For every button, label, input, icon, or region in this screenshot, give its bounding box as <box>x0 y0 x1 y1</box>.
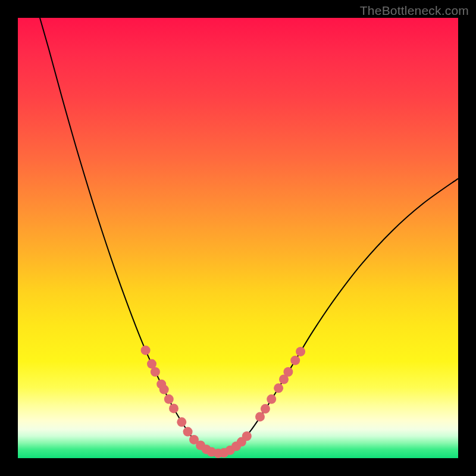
data-dot <box>151 367 160 377</box>
bottleneck-curve <box>40 18 458 453</box>
data-dot <box>183 427 193 437</box>
data-dot <box>159 385 169 394</box>
data-dot <box>283 367 293 377</box>
chart-svg <box>18 18 458 458</box>
data-dot <box>290 356 300 365</box>
data-dot <box>267 394 276 404</box>
data-dot <box>242 431 252 441</box>
data-dots-group <box>141 346 305 458</box>
data-dot <box>164 394 174 404</box>
data-dot <box>296 347 305 356</box>
data-dot <box>169 403 178 413</box>
data-dot <box>255 412 265 421</box>
data-dot <box>141 346 151 355</box>
data-dot <box>274 383 283 393</box>
chart-frame: TheBottleneck.com <box>0 0 476 476</box>
watermark-text: TheBottleneck.com <box>360 4 469 18</box>
data-dot <box>261 404 270 414</box>
plot-area <box>18 18 458 458</box>
data-dot <box>177 417 186 427</box>
